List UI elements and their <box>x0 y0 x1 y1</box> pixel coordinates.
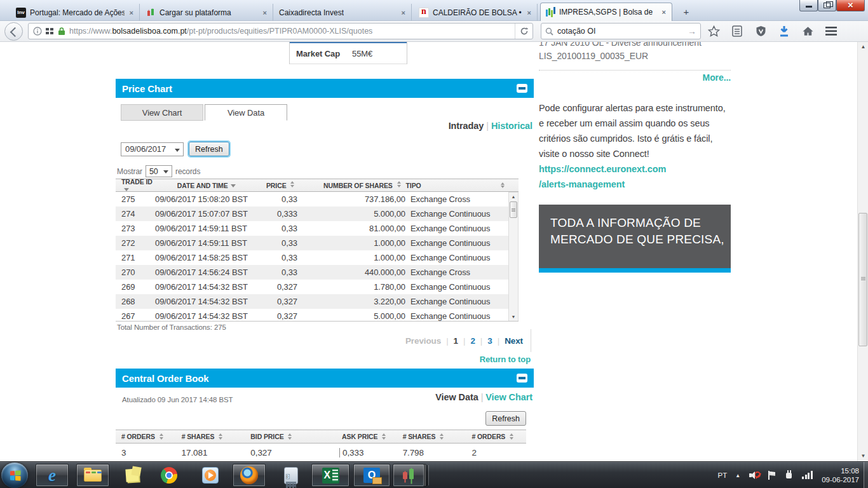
show-desktop-button[interactable] <box>864 462 868 488</box>
taskbar-sticky-notes-button[interactable] <box>117 464 147 487</box>
taskbar-media-player-button[interactable] <box>194 464 226 487</box>
tab-view-data[interactable]: View Data <box>205 104 287 121</box>
historical-link[interactable]: Historical <box>491 121 532 131</box>
scrollbar-thumb[interactable] <box>510 201 517 218</box>
col-shares[interactable]: NUMBER OF SHARES <box>294 181 400 189</box>
col-shares-bid[interactable]: # SHARES <box>176 433 245 440</box>
bookmarks-list-icon[interactable] <box>731 25 743 37</box>
tab-impresa-active[interactable]: IMPRESA,SGPS | Bolsa de Lisb × <box>540 3 672 21</box>
next-link[interactable]: Next <box>505 336 523 346</box>
browser-scrollbar[interactable]: ▲ ▼ <box>857 42 868 461</box>
taskbar-outlook-button[interactable]: O <box>353 464 390 487</box>
start-button[interactable] <box>1 463 28 488</box>
col-shares-ask[interactable]: # SHARES <box>397 433 466 440</box>
taskbar-trading-app-button[interactable] <box>393 464 424 487</box>
network-signal-icon[interactable] <box>802 470 813 480</box>
col-price[interactable]: PRICE <box>258 181 294 189</box>
search-input-value[interactable]: cotação OI <box>557 27 595 36</box>
bookmark-star-icon[interactable] <box>707 25 720 37</box>
extension-grid-icon[interactable] <box>46 27 54 36</box>
tab-caldeirao-bolsa[interactable]: CALDEIRÃO DE BOLSA • Ver F × <box>414 4 538 21</box>
col-tipo[interactable]: TIPO <box>401 182 501 189</box>
taskbar-excel-button[interactable]: X <box>311 464 349 487</box>
action-center-flag-icon[interactable] <box>767 470 776 480</box>
tab-view-chart[interactable]: View Chart <box>121 104 203 121</box>
minimize-button[interactable] <box>799 0 818 11</box>
view-chart-link[interactable]: View Chart <box>485 392 532 402</box>
previous-link[interactable]: Previous <box>405 336 441 346</box>
scroll-down-icon[interactable]: ▼ <box>509 313 518 321</box>
scroll-up-icon[interactable]: ▲ <box>858 42 868 52</box>
menu-hamburger-icon[interactable] <box>825 25 837 37</box>
sort-both-icon[interactable] <box>159 433 163 440</box>
tab-close-icon[interactable]: × <box>400 9 407 17</box>
language-indicator[interactable]: PT <box>718 471 728 479</box>
clock[interactable]: 15:08 09-06-2017 <box>822 466 863 484</box>
sort-both-icon[interactable] <box>288 433 292 440</box>
more-link[interactable]: More... <box>703 72 731 83</box>
sort-desc-icon[interactable] <box>231 184 236 187</box>
taskbar-firefox-button[interactable] <box>233 464 266 487</box>
date-select[interactable]: 09/06/2017 <box>121 142 184 156</box>
view-data-link[interactable]: View Data <box>435 392 478 402</box>
records-select[interactable]: 50 <box>146 165 172 177</box>
search-go-icon[interactable]: → <box>688 26 696 36</box>
page-1-current[interactable]: 1 <box>454 336 458 346</box>
order-book-refresh-button[interactable]: Refresh <box>485 411 526 426</box>
taskbar-explorer-button[interactable] <box>76 464 109 487</box>
refresh-button[interactable]: Refresh <box>189 142 229 156</box>
col-orders-ask[interactable]: # ORDERS <box>466 433 526 440</box>
url-bar[interactable]: https://www.bolsadelisboa.com.pt/pt-pt/p… <box>28 23 533 39</box>
tab-close-icon[interactable]: × <box>262 9 268 17</box>
ask-price-value: 0,333 <box>339 448 397 458</box>
return-to-top-link[interactable]: Return to top <box>480 355 531 364</box>
tab-close-icon[interactable]: × <box>128 9 135 17</box>
col-orders-bid[interactable]: # ORDERS <box>116 433 176 440</box>
tab-portugal-mercado[interactable]: Inv Portugal: Mercado de Ações × <box>11 4 140 21</box>
sort-both-icon[interactable] <box>501 182 505 189</box>
new-tab-button[interactable]: + <box>679 6 694 18</box>
close-button[interactable] <box>836 0 865 11</box>
scrollbar-thumb[interactable] <box>858 213 867 346</box>
tab-close-icon[interactable]: × <box>661 8 667 16</box>
hidden-icons-icon[interactable]: ▲ <box>735 473 740 478</box>
table-scrollbar[interactable]: ▲ ▼ <box>508 192 519 322</box>
sort-both-icon[interactable] <box>219 433 222 440</box>
col-bid-price[interactable]: BID PRICE <box>245 433 314 440</box>
promo-banner[interactable]: TODA A INFORMAÇÃO DE MERCADO DE QUE PREC… <box>539 205 731 268</box>
tab-close-icon[interactable]: × <box>526 9 532 17</box>
collapse-icon[interactable] <box>517 84 527 93</box>
announcement-title[interactable]: 17 JAN 2010 OL - Diverse announcement <box>539 42 731 49</box>
scroll-up-icon[interactable]: ▲ <box>509 193 518 201</box>
page-2-link[interactable]: 2 <box>470 336 475 346</box>
col-trade-id[interactable]: TRADE ID <box>116 178 153 193</box>
scroll-down-icon[interactable]: ▼ <box>858 451 868 461</box>
page-3-link[interactable]: 3 <box>487 336 492 346</box>
intraday-link[interactable]: Intraday <box>449 121 484 131</box>
https-lock-icon[interactable] <box>58 27 65 36</box>
tab-caixadirecta[interactable]: Caixadirecta Invest × <box>275 4 412 21</box>
reload-button[interactable] <box>515 24 532 39</box>
collapse-icon[interactable] <box>517 374 527 383</box>
home-icon[interactable] <box>801 25 814 37</box>
taskbar-ie-button[interactable]: e <box>36 464 69 487</box>
power-plug-icon[interactable] <box>784 470 794 480</box>
alerts-link[interactable]: https://connect.euronext.com/alerts-mana… <box>539 164 666 189</box>
shield-icon[interactable] <box>754 25 767 37</box>
restore-button[interactable] <box>818 0 836 11</box>
sort-both-icon[interactable] <box>510 433 513 440</box>
announcement-code[interactable]: LIS_20100119_00035_EUR <box>539 51 648 61</box>
taskbar-chrome-button[interactable] <box>154 464 184 487</box>
downloads-icon[interactable] <box>778 25 790 37</box>
taskbar-calculator-button[interactable]: 0 <box>276 464 306 487</box>
sort-both-icon[interactable] <box>440 433 444 440</box>
info-icon[interactable] <box>33 27 42 36</box>
sort-both-icon[interactable] <box>382 433 386 440</box>
back-button[interactable] <box>4 22 23 41</box>
volume-muted-icon[interactable] <box>749 470 759 480</box>
sort-desc-icon[interactable] <box>124 188 129 191</box>
search-bar[interactable]: cotação OI → <box>541 23 701 39</box>
col-datetime[interactable]: DATE AND TIME <box>153 182 258 189</box>
tab-cargar-plataforma[interactable]: Cargar su plataforma × <box>141 4 273 21</box>
col-ask-price[interactable]: ASK PRICE <box>339 433 397 440</box>
